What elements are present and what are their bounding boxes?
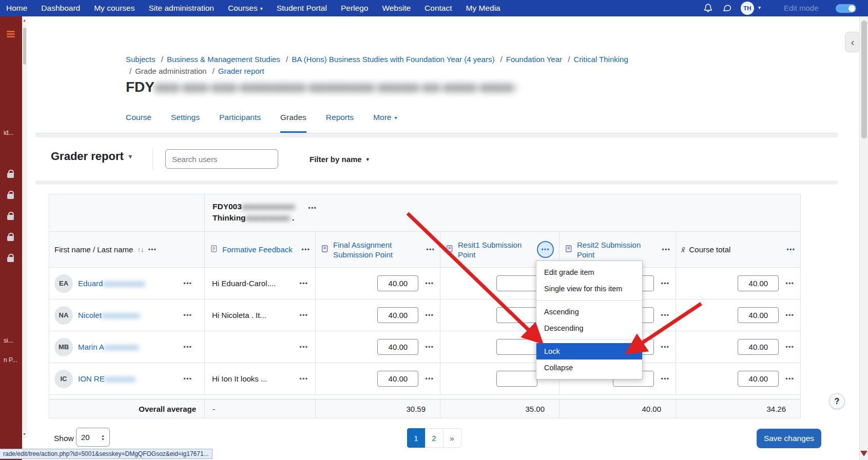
- nav-courses-dropdown[interactable]: Courses▾: [228, 4, 263, 13]
- breadcrumb-item[interactable]: /BA (Hons) Business Studies with Foundat…: [282, 55, 494, 64]
- cell-menu-dots-icon[interactable]: •••: [661, 343, 669, 351]
- edit-mode-toggle[interactable]: [836, 4, 856, 13]
- show-per-page-select[interactable]: 20 ▲▼: [76, 428, 110, 447]
- right-drawer-toggle[interactable]: ‹: [845, 32, 860, 52]
- grade-input[interactable]: [738, 275, 779, 291]
- nav-contact[interactable]: Contact: [425, 4, 452, 13]
- help-button[interactable]: ?: [829, 393, 845, 409]
- grade-input[interactable]: [496, 371, 537, 387]
- course-menu-dots-icon[interactable]: •••: [308, 204, 317, 212]
- cell-menu-dots-icon[interactable]: •••: [299, 279, 308, 287]
- cell-menu-dots-icon[interactable]: •••: [425, 279, 434, 287]
- resit2-link[interactable]: Resit2 Submission Point: [577, 240, 658, 259]
- cell-menu-dots-icon[interactable]: •••: [785, 343, 794, 351]
- student-name-link[interactable]: Nicolet: [78, 311, 102, 319]
- drawer-scrollbar-thumb[interactable]: [23, 28, 26, 65]
- breadcrumb-item[interactable]: Subjects: [126, 55, 156, 64]
- grade-input[interactable]: [377, 275, 418, 291]
- total-menu-dots-icon[interactable]: •••: [786, 246, 795, 253]
- row-menu-dots-icon[interactable]: •••: [183, 343, 192, 351]
- page-scrollbar-thumb[interactable]: [861, 21, 867, 138]
- row-menu-dots-icon[interactable]: •••: [183, 311, 192, 319]
- search-users-input[interactable]: [165, 149, 278, 169]
- cell-menu-dots-icon[interactable]: •••: [299, 343, 308, 351]
- save-changes-button[interactable]: Save changes: [757, 429, 821, 448]
- grade-input[interactable]: [496, 275, 537, 291]
- tab-more[interactable]: More▾: [373, 109, 397, 133]
- resit1-menu-dots-active[interactable]: •••: [537, 241, 554, 258]
- name-menu-dots-icon[interactable]: •••: [148, 246, 157, 253]
- page-scrollbar[interactable]: [859, 16, 868, 460]
- drawer-item-truncated[interactable]: id...: [4, 129, 21, 136]
- menu-item-edit-grade-item[interactable]: Edit grade item: [536, 264, 642, 281]
- drawer-menu-icon[interactable]: [7, 31, 15, 37]
- notifications-bell-icon[interactable]: [703, 3, 713, 15]
- nav-dashboard[interactable]: Dashboard: [41, 4, 80, 13]
- nav-website[interactable]: Website: [382, 4, 411, 13]
- tab-reports[interactable]: Reports: [326, 109, 354, 133]
- resit1-link[interactable]: Resit1 Submission Point: [458, 240, 533, 259]
- student-name-link[interactable]: Marin A: [78, 343, 104, 351]
- cell-menu-dots-icon[interactable]: •••: [785, 311, 794, 319]
- menu-item-lock[interactable]: Lock: [536, 343, 642, 359]
- cell-menu-dots-icon[interactable]: •••: [425, 375, 434, 383]
- cell-menu-dots-icon[interactable]: •••: [425, 343, 434, 351]
- cell-menu-dots-icon[interactable]: •••: [785, 279, 794, 287]
- pagination-next[interactable]: »: [443, 428, 461, 448]
- sort-icon[interactable]: ↑↓: [137, 246, 144, 253]
- final-assignment-link[interactable]: Final Assignment Submission Point: [333, 240, 422, 259]
- cell-menu-dots-icon[interactable]: •••: [661, 279, 669, 287]
- row-menu-dots-icon[interactable]: •••: [183, 375, 192, 383]
- cell-menu-dots-icon[interactable]: •••: [425, 311, 434, 319]
- cell-menu-dots-icon[interactable]: •••: [785, 375, 794, 383]
- row-menu-dots-icon[interactable]: •••: [183, 279, 192, 287]
- grade-input[interactable]: [738, 371, 779, 387]
- grade-input[interactable]: [738, 339, 779, 355]
- messages-chat-icon[interactable]: [722, 3, 732, 15]
- user-menu-chevron-icon[interactable]: ▾: [758, 5, 761, 10]
- nav-my-courses[interactable]: My courses: [94, 4, 134, 13]
- scroll-up-icon[interactable]: ▲: [23, 18, 26, 22]
- grade-input[interactable]: [377, 307, 418, 323]
- breadcrumb-item[interactable]: /Grader report: [209, 67, 264, 75]
- pagination-page-1[interactable]: 1: [407, 428, 426, 448]
- cell-menu-dots-icon[interactable]: •••: [661, 375, 669, 383]
- grader-report-heading[interactable]: Grader report▾: [51, 150, 132, 163]
- drawer-item-truncated[interactable]: si...: [4, 337, 21, 344]
- student-name-link[interactable]: ION RE: [78, 374, 105, 383]
- breadcrumb-item[interactable]: /Critical Thinking: [564, 55, 628, 64]
- final-menu-dots-icon[interactable]: •••: [426, 246, 435, 253]
- tab-settings[interactable]: Settings: [171, 109, 200, 133]
- drawer-item-truncated[interactable]: n P...: [4, 356, 21, 364]
- nav-site-administration[interactable]: Site administration: [148, 4, 214, 13]
- nav-perlego[interactable]: Perlego: [341, 4, 368, 13]
- grade-input[interactable]: [738, 307, 779, 323]
- grade-input[interactable]: [496, 307, 537, 323]
- nav-student-portal[interactable]: Student Portal: [277, 4, 327, 13]
- breadcrumb-item[interactable]: /Foundation Year: [497, 55, 562, 64]
- scroll-down-icon[interactable]: ▼: [23, 432, 26, 436]
- tab-course[interactable]: Course: [126, 109, 151, 133]
- resit2-menu-dots-icon[interactable]: •••: [662, 246, 670, 253]
- student-name-link[interactable]: Eduard: [78, 279, 103, 288]
- menu-item-single-view[interactable]: Single view for this item: [536, 281, 642, 297]
- grade-input[interactable]: [377, 371, 418, 387]
- tab-grades[interactable]: Grades: [280, 109, 306, 133]
- cell-menu-dots-icon[interactable]: •••: [299, 375, 308, 383]
- grade-input[interactable]: [377, 339, 418, 355]
- tab-participants[interactable]: Participants: [219, 109, 261, 133]
- drawer-scrollbar[interactable]: ▲ ▼: [22, 16, 27, 438]
- nav-my-media[interactable]: My Media: [466, 4, 500, 13]
- grade-input[interactable]: [496, 339, 537, 355]
- cell-menu-dots-icon[interactable]: •••: [299, 311, 308, 319]
- menu-item-descending[interactable]: Descending: [536, 320, 642, 336]
- formative-feedback-link[interactable]: Formative Feedback: [222, 245, 297, 254]
- breadcrumb-item[interactable]: /Business & Management Studies: [158, 55, 280, 64]
- menu-item-collapse[interactable]: Collapse: [536, 359, 642, 376]
- nav-home[interactable]: Home: [6, 4, 27, 13]
- formative-menu-dots-icon[interactable]: •••: [301, 246, 310, 253]
- cell-menu-dots-icon[interactable]: •••: [661, 311, 669, 319]
- pagination-page-2[interactable]: 2: [425, 428, 443, 448]
- menu-item-ascending[interactable]: Ascending: [536, 304, 642, 320]
- user-avatar[interactable]: TH: [741, 2, 754, 15]
